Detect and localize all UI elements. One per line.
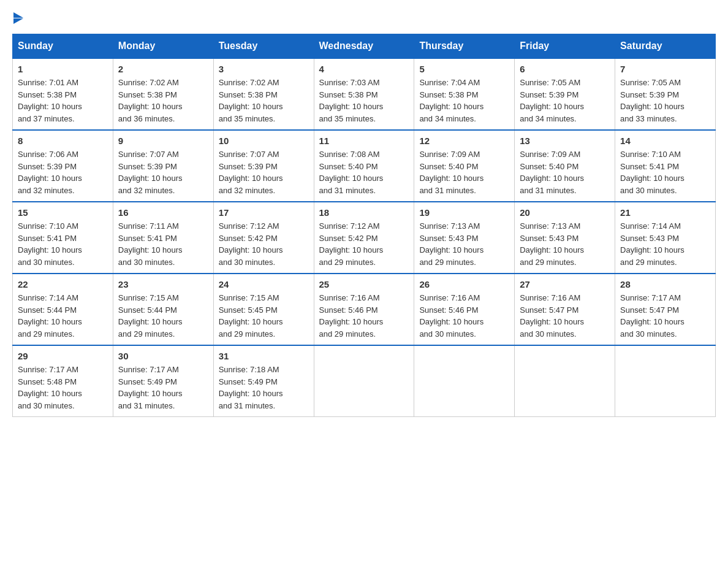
- calendar-day-cell: 17 Sunrise: 7:12 AM Sunset: 5:42 PM Dayl…: [213, 202, 314, 274]
- day-info: Sunrise: 7:13 AM Sunset: 5:43 PM Dayligh…: [419, 220, 509, 268]
- day-info: Sunrise: 7:06 AM Sunset: 5:39 PM Dayligh…: [18, 148, 108, 196]
- day-number: 23: [118, 279, 208, 289]
- calendar-day-cell: 16 Sunrise: 7:11 AM Sunset: 5:41 PM Dayl…: [113, 202, 213, 274]
- calendar-day-cell: 9 Sunrise: 7:07 AM Sunset: 5:39 PM Dayli…: [113, 130, 213, 202]
- calendar-day-cell: 30 Sunrise: 7:17 AM Sunset: 5:49 PM Dayl…: [113, 345, 213, 417]
- calendar-week-row: 1 Sunrise: 7:01 AM Sunset: 5:38 PM Dayli…: [13, 58, 716, 130]
- calendar-day-cell: 27 Sunrise: 7:16 AM Sunset: 5:47 PM Dayl…: [515, 274, 615, 345]
- day-info: Sunrise: 7:16 AM Sunset: 5:46 PM Dayligh…: [419, 292, 509, 340]
- day-info: Sunrise: 7:15 AM Sunset: 5:44 PM Dayligh…: [118, 292, 208, 340]
- day-number: 21: [620, 207, 710, 218]
- day-number: 1: [18, 64, 108, 74]
- calendar-day-cell: [314, 345, 414, 417]
- calendar-day-cell: 18 Sunrise: 7:12 AM Sunset: 5:42 PM Dayl…: [314, 202, 414, 274]
- calendar-day-cell: 31 Sunrise: 7:18 AM Sunset: 5:49 PM Dayl…: [213, 345, 314, 417]
- day-number: 22: [18, 279, 108, 289]
- day-header-thursday: Thursday: [414, 34, 515, 59]
- calendar-week-row: 22 Sunrise: 7:14 AM Sunset: 5:44 PM Dayl…: [13, 274, 716, 345]
- calendar-day-cell: 4 Sunrise: 7:03 AM Sunset: 5:38 PM Dayli…: [314, 58, 414, 130]
- day-info: Sunrise: 7:09 AM Sunset: 5:40 PM Dayligh…: [520, 148, 610, 196]
- calendar-day-cell: 2 Sunrise: 7:02 AM Sunset: 5:38 PM Dayli…: [113, 58, 213, 130]
- day-number: 27: [520, 279, 610, 289]
- day-number: 8: [18, 136, 108, 146]
- day-info: Sunrise: 7:14 AM Sunset: 5:44 PM Dayligh…: [18, 292, 108, 340]
- day-number: 6: [520, 64, 610, 74]
- calendar-table: SundayMondayTuesdayWednesdayThursdayFrid…: [12, 34, 716, 417]
- calendar-day-cell: 21 Sunrise: 7:14 AM Sunset: 5:43 PM Dayl…: [615, 202, 716, 274]
- logo-arrow-icon: [13, 12, 23, 24]
- day-number: 19: [419, 207, 509, 218]
- day-info: Sunrise: 7:17 AM Sunset: 5:47 PM Dayligh…: [620, 292, 710, 340]
- calendar-day-cell: [615, 345, 716, 417]
- day-number: 29: [18, 351, 108, 361]
- day-number: 24: [219, 279, 309, 289]
- calendar-day-cell: 25 Sunrise: 7:16 AM Sunset: 5:46 PM Dayl…: [314, 274, 414, 345]
- day-number: 18: [319, 207, 409, 218]
- calendar-day-cell: [515, 345, 615, 417]
- calendar-week-row: 29 Sunrise: 7:17 AM Sunset: 5:48 PM Dayl…: [13, 345, 716, 417]
- day-number: 7: [620, 64, 710, 74]
- calendar-week-row: 8 Sunrise: 7:06 AM Sunset: 5:39 PM Dayli…: [13, 130, 716, 202]
- day-info: Sunrise: 7:01 AM Sunset: 5:38 PM Dayligh…: [18, 77, 108, 124]
- day-info: Sunrise: 7:02 AM Sunset: 5:38 PM Dayligh…: [219, 77, 309, 124]
- calendar-day-cell: [414, 345, 515, 417]
- calendar-day-cell: 5 Sunrise: 7:04 AM Sunset: 5:38 PM Dayli…: [414, 58, 515, 130]
- calendar-day-cell: 24 Sunrise: 7:15 AM Sunset: 5:45 PM Dayl…: [213, 274, 314, 345]
- calendar-day-cell: 13 Sunrise: 7:09 AM Sunset: 5:40 PM Dayl…: [515, 130, 615, 202]
- day-info: Sunrise: 7:10 AM Sunset: 5:41 PM Dayligh…: [620, 148, 710, 196]
- day-info: Sunrise: 7:12 AM Sunset: 5:42 PM Dayligh…: [219, 220, 309, 268]
- calendar-day-cell: 29 Sunrise: 7:17 AM Sunset: 5:48 PM Dayl…: [13, 345, 113, 417]
- calendar-week-row: 15 Sunrise: 7:10 AM Sunset: 5:41 PM Dayl…: [13, 202, 716, 274]
- calendar-day-cell: 22 Sunrise: 7:14 AM Sunset: 5:44 PM Dayl…: [13, 274, 113, 345]
- calendar-header-row: SundayMondayTuesdayWednesdayThursdayFrid…: [13, 34, 716, 59]
- day-info: Sunrise: 7:07 AM Sunset: 5:39 PM Dayligh…: [118, 148, 208, 196]
- day-info: Sunrise: 7:16 AM Sunset: 5:46 PM Dayligh…: [319, 292, 409, 340]
- calendar-day-cell: 1 Sunrise: 7:01 AM Sunset: 5:38 PM Dayli…: [13, 58, 113, 130]
- day-info: Sunrise: 7:04 AM Sunset: 5:38 PM Dayligh…: [419, 77, 509, 124]
- day-info: Sunrise: 7:08 AM Sunset: 5:40 PM Dayligh…: [319, 148, 409, 196]
- day-number: 25: [319, 279, 409, 289]
- day-info: Sunrise: 7:11 AM Sunset: 5:41 PM Dayligh…: [118, 220, 208, 268]
- day-info: Sunrise: 7:10 AM Sunset: 5:41 PM Dayligh…: [18, 220, 108, 268]
- calendar-day-cell: 11 Sunrise: 7:08 AM Sunset: 5:40 PM Dayl…: [314, 130, 414, 202]
- calendar-day-cell: 7 Sunrise: 7:05 AM Sunset: 5:39 PM Dayli…: [615, 58, 716, 130]
- calendar-day-cell: 23 Sunrise: 7:15 AM Sunset: 5:44 PM Dayl…: [113, 274, 213, 345]
- logo: [12, 12, 23, 24]
- day-number: 28: [620, 279, 710, 289]
- day-number: 16: [118, 207, 208, 218]
- day-number: 2: [118, 64, 208, 74]
- calendar-day-cell: 19 Sunrise: 7:13 AM Sunset: 5:43 PM Dayl…: [414, 202, 515, 274]
- day-info: Sunrise: 7:05 AM Sunset: 5:39 PM Dayligh…: [620, 77, 710, 124]
- day-info: Sunrise: 7:17 AM Sunset: 5:48 PM Dayligh…: [18, 364, 108, 412]
- day-info: Sunrise: 7:05 AM Sunset: 5:39 PM Dayligh…: [520, 77, 610, 124]
- day-header-monday: Monday: [113, 34, 213, 59]
- day-number: 17: [219, 207, 309, 218]
- day-number: 9: [118, 136, 208, 146]
- day-info: Sunrise: 7:14 AM Sunset: 5:43 PM Dayligh…: [620, 220, 710, 268]
- page-header: [12, 12, 716, 24]
- day-number: 26: [419, 279, 509, 289]
- day-number: 3: [219, 64, 309, 74]
- day-number: 12: [419, 136, 509, 146]
- calendar-day-cell: 20 Sunrise: 7:13 AM Sunset: 5:43 PM Dayl…: [515, 202, 615, 274]
- day-number: 13: [520, 136, 610, 146]
- day-number: 4: [319, 64, 409, 74]
- day-header-sunday: Sunday: [13, 34, 113, 59]
- day-info: Sunrise: 7:15 AM Sunset: 5:45 PM Dayligh…: [219, 292, 309, 340]
- day-number: 11: [319, 136, 409, 146]
- day-number: 10: [219, 136, 309, 146]
- calendar-day-cell: 26 Sunrise: 7:16 AM Sunset: 5:46 PM Dayl…: [414, 274, 515, 345]
- calendar-day-cell: 28 Sunrise: 7:17 AM Sunset: 5:47 PM Dayl…: [615, 274, 716, 345]
- day-header-tuesday: Tuesday: [213, 34, 314, 59]
- calendar-day-cell: 6 Sunrise: 7:05 AM Sunset: 5:39 PM Dayli…: [515, 58, 615, 130]
- calendar-day-cell: 8 Sunrise: 7:06 AM Sunset: 5:39 PM Dayli…: [13, 130, 113, 202]
- day-header-friday: Friday: [515, 34, 615, 59]
- day-number: 30: [118, 351, 208, 361]
- calendar-day-cell: 3 Sunrise: 7:02 AM Sunset: 5:38 PM Dayli…: [213, 58, 314, 130]
- calendar-day-cell: 14 Sunrise: 7:10 AM Sunset: 5:41 PM Dayl…: [615, 130, 716, 202]
- day-number: 5: [419, 64, 509, 74]
- day-number: 15: [18, 207, 108, 218]
- day-number: 31: [219, 351, 309, 361]
- day-info: Sunrise: 7:09 AM Sunset: 5:40 PM Dayligh…: [419, 148, 509, 196]
- day-info: Sunrise: 7:03 AM Sunset: 5:38 PM Dayligh…: [319, 77, 409, 124]
